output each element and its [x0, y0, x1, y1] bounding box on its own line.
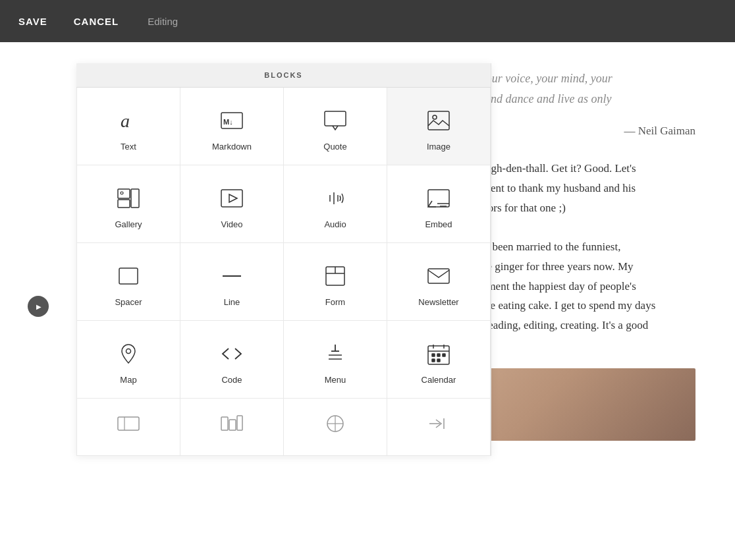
- block-text[interactable]: a Text: [77, 88, 180, 165]
- calendar-icon: [424, 339, 453, 368]
- blocks-grid: a Text M↓ Markdown: [76, 88, 491, 399]
- block-audio-label: Audio: [324, 219, 346, 229]
- svg-rect-37: [221, 417, 228, 430]
- gallery-icon: [114, 184, 143, 213]
- svg-rect-12: [428, 190, 449, 207]
- block-newsletter[interactable]: Newsletter: [387, 243, 491, 321]
- code-icon: [217, 339, 246, 368]
- svg-text:M↓: M↓: [223, 118, 233, 126]
- markdown-icon: M↓: [217, 106, 246, 135]
- svg-rect-20: [428, 269, 449, 283]
- menu-icon: [321, 339, 350, 368]
- svg-text:a: a: [121, 111, 130, 131]
- blocks-panel-wrapper: BLOCKS a Text M↓: [38, 53, 407, 560]
- block-line-label: Line: [224, 297, 240, 307]
- block-extra4[interactable]: [387, 399, 491, 456]
- svg-rect-15: [119, 268, 138, 284]
- svg-rect-8: [131, 189, 139, 208]
- blocks-header: BLOCKS: [76, 63, 491, 88]
- line-icon: [217, 262, 246, 291]
- block-form-label: Form: [325, 297, 345, 307]
- cancel-button[interactable]: CANCEL: [71, 11, 122, 32]
- block-map-label: Map: [120, 375, 136, 385]
- svg-rect-32: [443, 354, 445, 356]
- toolbar: SAVE CANCEL Editing: [0, 0, 735, 42]
- block-gallery-label: Gallery: [115, 219, 142, 229]
- block-quote-label: Quote: [323, 142, 346, 152]
- image-icon: [424, 106, 453, 135]
- svg-rect-3: [325, 111, 346, 126]
- editing-status: Editing: [148, 16, 178, 27]
- embed-icon: [424, 184, 453, 213]
- block-code-label: Code: [221, 375, 242, 385]
- video-icon: [217, 184, 246, 213]
- block-spacer[interactable]: Spacer: [77, 243, 180, 321]
- block-extra1[interactable]: [77, 399, 180, 456]
- newsletter-icon: [424, 262, 453, 291]
- block-embed[interactable]: Embed: [387, 165, 491, 243]
- blocks-panel: BLOCKS a Text M↓: [76, 63, 491, 456]
- block-markdown[interactable]: M↓ Markdown: [180, 88, 284, 165]
- svg-point-5: [433, 115, 437, 119]
- spacer-icon: [114, 262, 143, 291]
- svg-rect-10: [221, 190, 242, 207]
- block-extra2[interactable]: [180, 399, 284, 456]
- svg-rect-6: [118, 189, 130, 198]
- extra1-icon: [114, 409, 143, 438]
- collapse-handle[interactable]: [28, 296, 49, 317]
- save-button[interactable]: SAVE: [16, 11, 50, 32]
- block-video[interactable]: Video: [180, 165, 284, 243]
- svg-rect-33: [432, 359, 435, 362]
- extra4-icon: [424, 409, 453, 438]
- block-quote[interactable]: Quote: [284, 88, 387, 165]
- svg-marker-11: [229, 194, 237, 202]
- block-form[interactable]: Form: [284, 243, 387, 321]
- quote-icon: [321, 106, 350, 135]
- svg-rect-4: [428, 111, 449, 130]
- block-calendar[interactable]: Calendar: [387, 321, 491, 399]
- block-code[interactable]: Code: [180, 321, 284, 399]
- svg-rect-35: [118, 417, 139, 430]
- block-markdown-label: Markdown: [212, 142, 252, 152]
- block-menu[interactable]: Menu: [284, 321, 387, 399]
- block-video-label: Video: [221, 219, 242, 229]
- svg-rect-7: [118, 200, 130, 208]
- svg-rect-34: [437, 359, 440, 362]
- blocks-bottom-row: [76, 399, 491, 456]
- block-image-label: Image: [427, 142, 450, 152]
- svg-rect-39: [237, 416, 242, 430]
- block-image[interactable]: Image: [387, 88, 491, 165]
- block-embed-label: Embed: [425, 219, 452, 229]
- extra3-icon: [321, 409, 350, 438]
- map-icon: [114, 339, 143, 368]
- main-area: BLOCKS a Text M↓: [0, 42, 735, 560]
- block-calendar-label: Calendar: [422, 375, 456, 385]
- text-icon: a: [114, 106, 143, 135]
- block-audio[interactable]: Audio: [284, 165, 387, 243]
- svg-rect-30: [432, 354, 435, 356]
- form-icon: [321, 262, 350, 291]
- block-newsletter-label: Newsletter: [418, 297, 458, 307]
- extra2-icon: [217, 409, 246, 438]
- block-map[interactable]: Map: [77, 321, 180, 399]
- block-extra3[interactable]: [284, 399, 387, 456]
- block-spacer-label: Spacer: [115, 297, 142, 307]
- svg-rect-38: [229, 420, 236, 430]
- svg-point-9: [121, 192, 123, 194]
- svg-rect-31: [437, 354, 440, 356]
- svg-point-21: [126, 349, 131, 354]
- block-gallery[interactable]: Gallery: [77, 165, 180, 243]
- block-line[interactable]: Line: [180, 243, 284, 321]
- block-text-label: Text: [121, 142, 136, 152]
- audio-icon: [321, 184, 350, 213]
- block-menu-label: Menu: [325, 375, 346, 385]
